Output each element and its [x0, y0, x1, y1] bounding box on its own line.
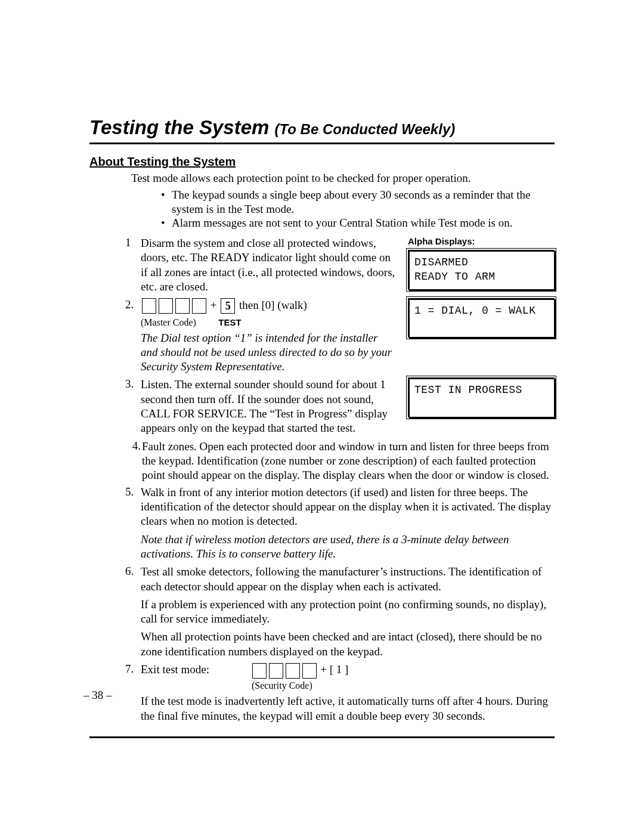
step-6-p2: If a problem is experienced with any pro… [141, 597, 555, 627]
page: Testing the System (To Be Conducted Week… [0, 0, 644, 833]
step-2-after: then [0] (walk) [239, 299, 307, 311]
alpha-displays-column: Alpha Displays: DISARMED READY TO ARM [408, 236, 555, 299]
bullet-dot-icon: • [161, 188, 172, 216]
lcd-display-disarmed: DISARMED READY TO ARM [408, 250, 555, 290]
intro-text: Test mode allows each protection point t… [131, 171, 555, 185]
code-digit-box [142, 298, 156, 314]
step-1-left: 1 Disarm the system and close all protec… [125, 236, 397, 299]
step-3-row: 3. Listen. The external sounder should s… [125, 377, 555, 438]
section-heading: About Testing the System [89, 155, 555, 169]
bullet-dot-icon: • [161, 216, 172, 230]
step-body: Test all smoke detectors, following the … [141, 565, 555, 659]
alpha-displays-label: Alpha Displays: [408, 236, 555, 246]
code-digit-box [252, 663, 267, 679]
step-6-p1: Test all smoke detectors, following the … [141, 565, 555, 594]
security-code-label: (Security Code) [252, 680, 555, 692]
lcd-line: TEST IN PROGRESS [414, 383, 548, 397]
step-number: 1 [125, 236, 141, 294]
code-digit-box [159, 298, 173, 314]
step-body: Walk in front of any interior motion det… [141, 485, 555, 562]
bullet-text: Alarm messages are not sent to your Cent… [172, 216, 512, 230]
lcd-column: 1 = DIAL, 0 = WALK [408, 298, 555, 377]
step-number: 3. [125, 377, 141, 435]
step-7-tail: If the test mode is inadvertently left a… [141, 694, 555, 723]
key-five-box: 5 [221, 298, 235, 314]
step-number: 2. [125, 298, 141, 374]
lcd-line-blank [414, 318, 548, 332]
step-5-note: Note that if wireless motion detectors a… [141, 532, 555, 562]
plus-sign: + [210, 299, 219, 311]
code-digit-box [286, 663, 300, 679]
step-number: 4. [125, 439, 142, 483]
bullet-item: •The keypad sounds a single beep about e… [161, 188, 555, 216]
horizontal-rule-bottom [89, 736, 555, 738]
step-text: Disarm the system and close all protecte… [141, 236, 397, 294]
lcd-line: 1 = DIAL, 0 = WALK [414, 304, 548, 318]
step-7-plus-one: + [ 1 ] [320, 663, 348, 676]
title-main: Testing the System [89, 116, 275, 138]
step-4-row: 4. Fault zones. Open each protected door… [125, 439, 555, 483]
step-text: Listen. The external sounder should soun… [141, 377, 397, 435]
horizontal-rule-top [89, 143, 555, 144]
step-7-row: 7. Exit test mode: + [ 1 ] (Security Cod… [125, 662, 555, 723]
lcd-line: DISARMED [414, 255, 548, 270]
code-digit-box [175, 298, 190, 314]
step-2-left: 2. + 5 then [0] (walk) (Master Code) TES… [125, 298, 397, 377]
exit-test-mode-label: Exit test mode: [141, 663, 209, 676]
step-text: Fault zones. Open each protected door an… [142, 439, 555, 483]
page-title: Testing the System (To Be Conducted Week… [89, 116, 555, 139]
code-digit-box [192, 298, 206, 314]
step-number: 6. [125, 565, 141, 659]
lcd-display-test-in-progress: TEST IN PROGRESS [408, 377, 555, 417]
test-label: TEST [218, 317, 241, 327]
step-body: Exit test mode: + [ 1 ] (Security Code) … [141, 662, 555, 723]
step-3-left: 3. Listen. The external sounder should s… [125, 377, 397, 438]
step-1-row: 1 Disarm the system and close all protec… [125, 236, 555, 299]
step-6-p3: When all protection points have been che… [141, 630, 555, 659]
step-5-row: 5. Walk in front of any interior motion … [125, 485, 555, 562]
bullet-item: •Alarm messages are not sent to your Cen… [161, 216, 555, 230]
step-text: Walk in front of any interior motion det… [141, 485, 555, 529]
step-2-row: 2. + 5 then [0] (walk) (Master Code) TES… [125, 298, 555, 377]
step-number: 5. [125, 485, 141, 562]
bullet-list: •The keypad sounds a single beep about e… [161, 188, 555, 230]
lcd-column: TEST IN PROGRESS [408, 377, 555, 438]
step-6-row: 6. Test all smoke detectors, following t… [125, 565, 555, 659]
code-digit-box [269, 663, 283, 679]
lcd-display-dial-walk: 1 = DIAL, 0 = WALK [408, 298, 555, 338]
master-code-label: (Master Code) [141, 317, 196, 327]
step-body: + 5 then [0] (walk) (Master Code) TEST T… [141, 298, 397, 374]
title-subtitle: (To Be Conducted Weekly) [275, 121, 456, 137]
step-number: 7. [125, 662, 141, 723]
lcd-line: READY TO ARM [414, 270, 548, 284]
lcd-line-blank [414, 398, 548, 412]
page-number: – 38 – [83, 689, 112, 702]
bullet-text: The keypad sounds a single beep about ev… [172, 188, 555, 216]
code-digit-box [302, 663, 317, 679]
step-2-note: The Dial test option “1” is intended for… [141, 331, 397, 374]
